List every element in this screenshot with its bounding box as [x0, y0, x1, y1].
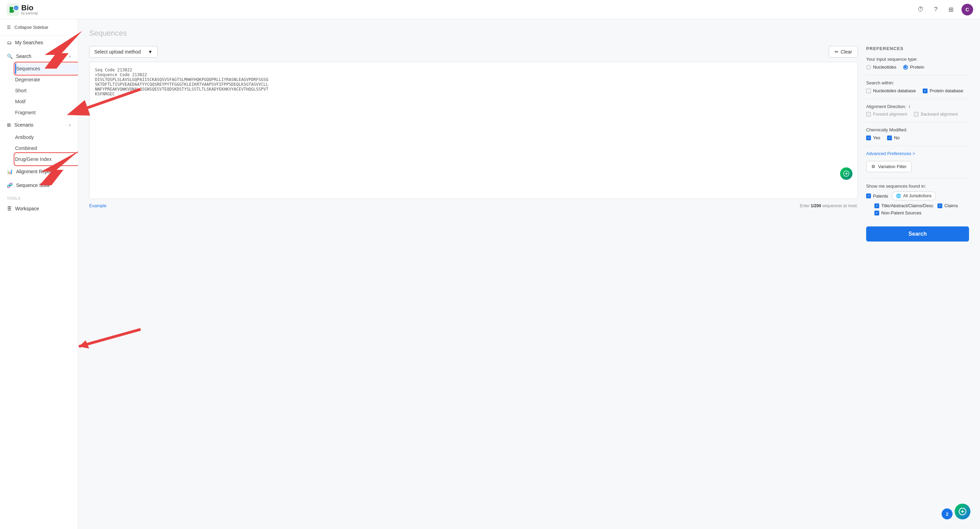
scenario-chevron-icon: ∧ [68, 123, 71, 127]
globe-icon: 🌐 [896, 193, 901, 198]
sub-check-row-2: Non-Patent Sources [866, 210, 969, 215]
filter-icon: ⚙ [871, 164, 875, 169]
sequence-action-button[interactable] [840, 167, 853, 180]
pref-input-type-label: Your input sequence type: [866, 57, 969, 62]
sidebar-item-drug-gene-index[interactable]: Drug/Gene Index [15, 154, 78, 165]
pref-chemically-modified-options: Yes No [866, 135, 969, 140]
check-no[interactable]: No [887, 135, 900, 140]
sidebar-item-workspace[interactable]: 🗄 Workspace [0, 202, 78, 215]
sidebar-section-scenario[interactable]: ⊞ Scenario ∧ [0, 118, 78, 132]
jurisdiction-button[interactable]: 🌐 All Jurisdictions [891, 191, 936, 200]
sequence-textarea[interactable]: Seq Code 213022 >Sequence Code 213022 DI… [89, 62, 858, 199]
preferences-title: PREFERENCES [866, 46, 969, 51]
top-navigation: Bio by patsnap ⏱ ? ⊞ C [0, 0, 980, 19]
pref-alignment-dir-options: Forward alignment Backward alignment [866, 112, 969, 116]
sidebar-item-antibody[interactable]: Antibody [15, 132, 78, 143]
search-sub-items: Sequences Degenerate Short Motif Fragmen… [0, 63, 78, 118]
sidebar-item-motif[interactable]: Motif [15, 96, 78, 107]
sidebar-section-search[interactable]: 🔍 Search ∧ [0, 49, 78, 63]
tools-label: Tools [0, 192, 78, 202]
sub-check-row-1: Title/Abstract/Claims/Desc Claims [866, 203, 969, 208]
search-button[interactable]: Search [866, 226, 969, 242]
check-forward-alignment[interactable]: Forward alignment [866, 112, 907, 116]
sidebar-item-sequences[interactable]: Sequences [15, 63, 78, 74]
pref-input-type-section: Your input sequence type: Nucleotides Pr… [866, 57, 969, 70]
pref-chemically-modified-label: Chemically Modified: [866, 127, 969, 132]
sequences-container: Select upload method ▼ ✏ Clear Seq Code … [89, 46, 969, 242]
timer-icon[interactable]: ⏱ [916, 5, 925, 14]
pref-alignment-dir-label: Alignment Direction: ℹ [866, 104, 969, 109]
seq-footer: Example Enter 1/200 sequences at most. [89, 203, 858, 208]
check-backward-alignment[interactable]: Backward alignment [914, 112, 958, 116]
pref-search-within-section: Search within: Nucleotides database Prot… [866, 80, 969, 93]
scenario-icon: ⊞ [7, 122, 11, 127]
collapse-sidebar-button[interactable]: ☰ Collapse Sidebar [0, 19, 78, 36]
advanced-preferences-link[interactable]: Advanced Preferences > [866, 151, 969, 156]
seq-hint: Enter 1/200 sequences at most. [800, 204, 858, 208]
nucleotides-db-checkbox[interactable] [866, 89, 871, 93]
sidebar-item-sequence-suite[interactable]: 🧬 Sequence Suite [0, 178, 78, 192]
sidebar-item-combined[interactable]: Combined [15, 143, 78, 154]
workspace-icon: 🗄 [7, 206, 12, 211]
protein-radio[interactable] [903, 65, 908, 70]
example-link[interactable]: Example [89, 203, 107, 208]
sidebar-item-short[interactable]: Short [15, 85, 78, 96]
nucleotides-radio[interactable] [866, 65, 871, 70]
eraser-icon: ✏ [835, 49, 839, 54]
backward-alignment-checkbox[interactable] [914, 112, 919, 116]
search-chevron-icon: ∧ [68, 54, 71, 58]
user-avatar[interactable]: C [961, 4, 973, 16]
sidebar-item-alignment-report[interactable]: 📊 Alignment Report [0, 165, 78, 178]
page-title: Sequences [89, 29, 969, 38]
check-nucleotides-db[interactable]: Nucleotides database [866, 88, 916, 93]
yes-checkbox[interactable] [866, 135, 871, 140]
check-yes[interactable]: Yes [866, 135, 880, 140]
notification-badge[interactable]: 2 [942, 508, 953, 519]
variation-filter-button[interactable]: ⚙ Variation Filter [866, 161, 912, 172]
check-claims[interactable]: Claims [937, 203, 958, 208]
forward-alignment-checkbox[interactable] [866, 112, 871, 116]
sidebar-item-my-searches[interactable]: 🗂 My Searches [0, 36, 78, 49]
info-icon: ℹ [909, 104, 910, 109]
claims-checkbox[interactable] [937, 204, 942, 208]
pref-chemically-modified-section: Chemically Modified: Yes No [866, 127, 969, 140]
pref-show-me-label: Show me sequences found in: [866, 183, 969, 189]
no-checkbox[interactable] [887, 135, 892, 140]
patents-checkbox[interactable] [866, 193, 871, 198]
search-icon: 🔍 [7, 54, 13, 59]
non-patent-checkbox[interactable] [874, 210, 879, 215]
sequences-toolbar: Select upload method ▼ ✏ Clear [89, 46, 858, 57]
my-searches-icon: 🗂 [7, 40, 12, 45]
help-icon[interactable]: ? [931, 5, 940, 14]
preferences-panel: PREFERENCES Your input sequence type: Nu… [866, 46, 969, 242]
scenario-sub-items: Antibody Combined Drug/Gene Index [0, 132, 78, 165]
show-me-patents-row: Patents 🌐 All Jurisdictions [866, 191, 969, 200]
sequence-suite-icon: 🧬 [7, 183, 13, 188]
radio-protein[interactable]: Protein [903, 64, 924, 70]
main-content: Sequences Select upload method ▼ ✏ Clear… [78, 19, 980, 529]
topnav-actions: ⏱ ? ⊞ C [916, 4, 973, 16]
pref-search-within-label: Search within: [866, 80, 969, 85]
sequences-left-panel: Select upload method ▼ ✏ Clear Seq Code … [89, 46, 858, 242]
check-title-abstract[interactable]: Title/Abstract/Claims/Desc [874, 203, 933, 208]
check-patents[interactable]: Patents [866, 193, 888, 199]
check-protein-db[interactable]: Protein database [923, 88, 963, 93]
sidebar: ☰ Collapse Sidebar 🗂 My Searches 🔍 Searc… [0, 19, 78, 529]
check-non-patent[interactable]: Non-Patent Sources [874, 210, 921, 215]
sidebar-item-fragment[interactable]: Fragment [15, 107, 78, 118]
chat-button[interactable] [955, 504, 970, 519]
pref-alignment-direction-section: Alignment Direction: ℹ Forward alignment… [866, 104, 969, 116]
sidebar-item-degenerate[interactable]: Degenerate [15, 74, 78, 85]
pref-input-type-options: Nucleotides Protein [866, 64, 969, 70]
apps-icon[interactable]: ⊞ [947, 5, 955, 14]
pref-search-within-options: Nucleotides database Protein database [866, 88, 969, 93]
sequence-input-wrapper: Seq Code 213022 >Sequence Code 213022 DI… [89, 62, 858, 200]
protein-db-checkbox[interactable] [923, 89, 928, 93]
pref-show-me-section: Show me sequences found in: Patents 🌐 Al… [866, 183, 969, 215]
clear-button[interactable]: ✏ Clear [829, 46, 858, 57]
logo[interactable]: Bio by patsnap [7, 3, 38, 16]
radio-nucleotides[interactable]: Nucleotides [866, 64, 896, 70]
title-abstract-checkbox[interactable] [874, 204, 879, 208]
dropdown-chevron-icon: ▼ [148, 49, 153, 54]
upload-method-select[interactable]: Select upload method ▼ [89, 46, 158, 57]
